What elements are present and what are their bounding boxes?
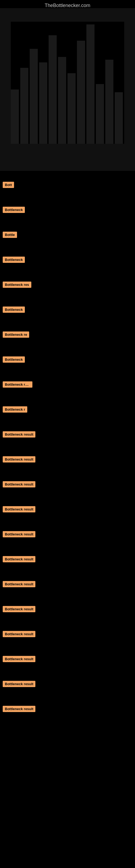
bottleneck-badge: Bottleneck result <box>3 656 35 662</box>
list-item: Bottleneck result <box>0 581 135 588</box>
list-item: Bottleneck re <box>0 332 135 339</box>
bottleneck-badge: Bottleneck result <box>3 631 35 637</box>
list-item: Bottleneck r <box>0 406 135 414</box>
bottleneck-badge: Bottleneck result <box>3 506 35 513</box>
spacer <box>0 441 135 456</box>
bottleneck-badge: Bottleneck result <box>3 456 35 463</box>
bottleneck-badge: Bottleneck <box>3 207 25 213</box>
spacer <box>0 541 135 556</box>
spacer <box>0 291 135 307</box>
bottleneck-badge: Bottleneck <box>3 257 25 263</box>
bottleneck-badge: Bottleneck result <box>3 606 35 612</box>
bottleneck-badge: Bottleneck <box>3 356 25 363</box>
spacer <box>0 666 135 681</box>
list-item: Bottleneck result <box>0 656 135 663</box>
list-item: Bottleneck result <box>0 706 135 713</box>
spacer <box>0 192 135 207</box>
list-item: Bottleneck result <box>0 456 135 464</box>
spacer <box>0 341 135 356</box>
list-item: Bottleneck <box>0 257 135 264</box>
bottleneck-badge: Bottleneck result <box>3 481 35 488</box>
bottleneck-badge: Bottleneck result <box>3 681 35 687</box>
chart-area <box>0 8 135 171</box>
spacer <box>0 516 135 531</box>
spacer <box>0 416 135 431</box>
spacer <box>0 217 135 231</box>
spacer <box>0 267 135 282</box>
bottleneck-badge: Bottleneck <box>3 307 25 313</box>
spacer <box>0 367 135 381</box>
list-item: Bottleneck <box>0 207 135 214</box>
spacer <box>0 316 135 332</box>
list-item: Bottleneck result <box>0 481 135 489</box>
list-item: Bottleneck result <box>0 431 135 439</box>
spacer <box>0 392 135 406</box>
bottleneck-badge: Bottleneck result <box>3 581 35 587</box>
spacer <box>0 491 135 506</box>
list-item: Bottleneck resu <box>0 381 135 389</box>
spacer <box>0 242 135 257</box>
list-item: Bottleneck result <box>0 556 135 563</box>
bottleneck-badge: Bottleneck result <box>3 531 35 537</box>
bar-chart <box>11 22 124 144</box>
bottleneck-badge: Bottleneck re <box>3 332 29 338</box>
list-item: Bottleneck result <box>0 681 135 688</box>
spacer <box>0 591 135 606</box>
spacer <box>0 466 135 481</box>
list-item: Bottleneck res <box>0 282 135 289</box>
bottleneck-badge: Bottleneck result <box>3 706 35 712</box>
bottleneck-badge: Bott <box>3 182 14 188</box>
list-item: Bottleneck <box>0 356 135 364</box>
bottleneck-badge: Bottleneck r <box>3 406 27 412</box>
bottleneck-badge: Bottleneck result <box>3 556 35 562</box>
list-item: Bottleneck <box>0 307 135 314</box>
bottleneck-items-list: Bott Bottleneck Bottle Bottleneck Bottle… <box>0 176 135 721</box>
list-item: Bottleneck result <box>0 606 135 613</box>
list-item: Bottleneck result <box>0 531 135 538</box>
chart-content <box>0 8 135 171</box>
list-item: Bott <box>0 182 135 189</box>
list-item: Bottleneck result <box>0 506 135 514</box>
spacer <box>0 566 135 581</box>
bottleneck-badge: Bottleneck result <box>3 431 35 437</box>
bottleneck-badge: Bottle <box>3 231 17 238</box>
spacer <box>0 616 135 631</box>
spacer <box>0 691 135 706</box>
list-item: Bottleneck result <box>0 631 135 638</box>
bottleneck-badge: Bottleneck resu <box>3 381 32 388</box>
spacer <box>0 641 135 656</box>
bottleneck-badge: Bottleneck res <box>3 282 31 288</box>
list-item: Bottle <box>0 231 135 239</box>
